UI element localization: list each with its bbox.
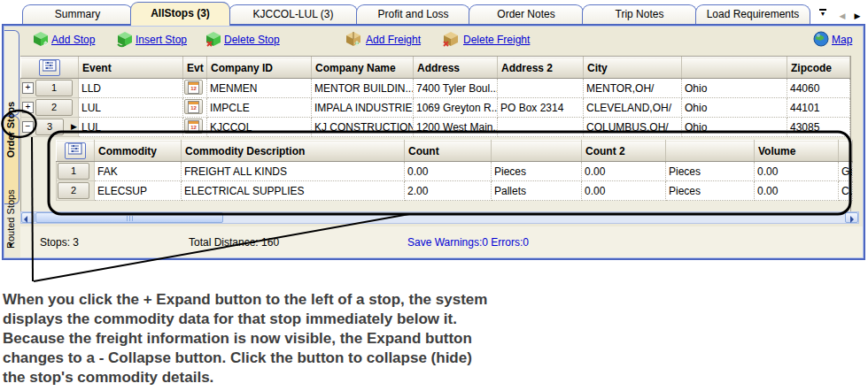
row-number-button[interactable]: 3 (35, 119, 64, 135)
scroll-left-icon[interactable] (21, 212, 35, 223)
field-chooser-icon[interactable] (65, 142, 86, 159)
cell-count2[interactable]: 0.00 (582, 162, 666, 181)
cell-address2[interactable]: PO Box 2314 (498, 98, 584, 118)
tab-load-requirements[interactable]: Load Requirements (695, 4, 810, 24)
cell-city[interactable]: CLEVELAND,OH/ (584, 98, 682, 118)
tab-kjccol-lul[interactable]: KJCCOL-LUL (3) (229, 4, 358, 24)
cell-evt[interactable]: 12 (183, 118, 207, 137)
cell-count-unit[interactable]: Pallets (492, 181, 582, 201)
cell-volume[interactable]: 0.00 (755, 181, 839, 201)
side-tab-order-stops[interactable]: Order Stops (4, 30, 19, 116)
col-header-commodity-description[interactable]: Commodity Description (182, 141, 405, 162)
cell-city[interactable]: COLUMBUS,OH/ (584, 118, 682, 137)
cell-count[interactable]: 0.00 (405, 162, 492, 181)
add-freight-button[interactable]: Add Freight (366, 34, 421, 46)
col-header-state[interactable] (682, 58, 787, 79)
cell-company-id[interactable]: IMPCLE (207, 98, 312, 118)
insert-stop-icon (116, 30, 134, 48)
cell-address[interactable]: 1069 Greyton R... (414, 98, 498, 118)
col-header-city[interactable]: City (584, 58, 682, 79)
col-header-count2[interactable]: Count 2 (582, 141, 666, 162)
cell-volume[interactable]: 0.00 (755, 162, 839, 181)
status-save-warnings[interactable]: Save Warnings:0 Errors:0 (407, 236, 529, 249)
cell-company-name[interactable]: IMPALA INDUSTRIES (312, 98, 414, 118)
calendar-icon[interactable]: 12 (184, 80, 203, 95)
cell-zipcode[interactable]: 43085 (787, 118, 850, 137)
cell-event[interactable]: LLD (79, 79, 183, 98)
tab-trip-notes[interactable]: Trip Notes (582, 4, 697, 24)
col-header-address[interactable]: Address (414, 58, 498, 79)
row-number-button[interactable]: 2 (58, 182, 89, 199)
field-chooser-icon[interactable] (39, 59, 60, 76)
col-header-count[interactable]: Count (405, 141, 492, 162)
cell-evt[interactable]: 12 (183, 79, 207, 98)
cell-commodity[interactable]: FAK (95, 162, 182, 181)
cell-description[interactable]: FREIGHT ALL KINDS (182, 162, 405, 181)
delete-freight-button[interactable]: Delete Freight (463, 34, 530, 46)
stops-corner-header[interactable] (21, 58, 79, 79)
cell-state[interactable]: Ohio (682, 79, 787, 98)
col-header-event[interactable]: Event (79, 58, 183, 79)
cell-event[interactable]: LUL (79, 98, 183, 118)
cell-evt[interactable]: 12 (183, 98, 207, 118)
row-number-button[interactable]: 1 (58, 163, 89, 180)
cell-company-name[interactable]: KJ CONSTRUCTION (312, 118, 414, 137)
cell-city[interactable]: MENTOR,OH/ (584, 79, 682, 98)
calendar-icon[interactable]: 12 (184, 119, 203, 134)
cell-state[interactable]: Ohio (682, 118, 787, 137)
col-header-company-name[interactable]: Company Name (312, 58, 414, 79)
cell-count2-unit[interactable]: Pieces (666, 162, 755, 181)
cell-count2-unit[interactable]: Pieces (666, 181, 755, 201)
cell-address2[interactable] (498, 79, 584, 98)
tab-summary[interactable]: Summary (22, 4, 133, 24)
cell-zipcode[interactable]: 44101 (787, 98, 850, 118)
col-header-volume-unit[interactable] (839, 141, 853, 162)
side-scroll-down-icon[interactable]: ▼ (7, 242, 14, 249)
cell-count[interactable]: 2.00 (405, 181, 492, 201)
cell-company-id[interactable]: MENMEN (207, 79, 312, 98)
tab-allstops[interactable]: AllStops (3) (130, 2, 230, 26)
scrollbar-thumb[interactable] (35, 212, 223, 223)
cell-event[interactable]: LUL (79, 118, 183, 137)
cell-description[interactable]: ELECTRICAL SUPPLIES (182, 181, 405, 201)
col-header-address2[interactable]: Address 2 (498, 58, 584, 79)
tab-list-icon[interactable]: ▼ (817, 9, 829, 19)
commodity-corner-header[interactable] (57, 141, 95, 162)
map-button[interactable]: Map (832, 34, 852, 46)
calendar-icon[interactable]: 12 (184, 99, 203, 114)
annotation-line: Because the freight information is now v… (3, 329, 605, 349)
cell-count2[interactable]: 0.00 (582, 181, 666, 201)
delete-stop-button[interactable]: Delete Stop (224, 34, 280, 46)
cell-state[interactable]: Ohio (682, 98, 787, 118)
scroll-right-icon[interactable] (845, 212, 858, 223)
cell-company-id[interactable]: KJCCOL (207, 118, 312, 137)
col-header-count2-unit[interactable] (666, 141, 755, 162)
col-header-count-unit[interactable] (492, 141, 582, 162)
cell-volume-unit[interactable]: Gal (839, 162, 853, 181)
cell-company-name[interactable]: MENTOR BUILDIN... (312, 79, 414, 98)
add-stop-button[interactable]: Add Stop (51, 34, 95, 46)
cell-address[interactable]: 7400 Tyler Boul... (414, 79, 498, 98)
cell-zipcode[interactable]: 44060 (787, 79, 850, 98)
row-number-button[interactable]: 1 (35, 80, 73, 96)
scroll-tabs-left-icon: ◀ (836, 11, 849, 21)
row-number-button[interactable]: 2 (35, 99, 73, 116)
expand-button[interactable]: + (22, 102, 34, 113)
cell-volume-unit[interactable]: Cub (839, 181, 853, 201)
tab-order-notes[interactable]: Order Notes (469, 4, 584, 24)
tab-profit-and-loss[interactable]: Profit and Loss (356, 4, 470, 24)
cell-address2[interactable] (498, 118, 584, 137)
col-header-company-id[interactable]: Company ID (207, 58, 312, 79)
insert-stop-button[interactable]: Insert Stop (136, 34, 187, 46)
scroll-tabs-right-icon[interactable]: ▶ (851, 11, 864, 21)
expand-button[interactable]: + (22, 82, 34, 94)
col-header-commodity[interactable]: Commodity (95, 141, 182, 162)
cell-count-unit[interactable]: Pieces (492, 162, 582, 181)
collapse-button[interactable]: − (22, 121, 34, 133)
horizontal-scrollbar[interactable] (20, 211, 859, 224)
col-header-evt[interactable]: Evt (183, 58, 207, 79)
col-header-volume[interactable]: Volume (755, 141, 839, 162)
col-header-zipcode[interactable]: Zipcode (787, 58, 850, 79)
cell-commodity[interactable]: ELECSUP (95, 181, 182, 201)
cell-address[interactable]: 1200 West Main... (414, 118, 498, 137)
